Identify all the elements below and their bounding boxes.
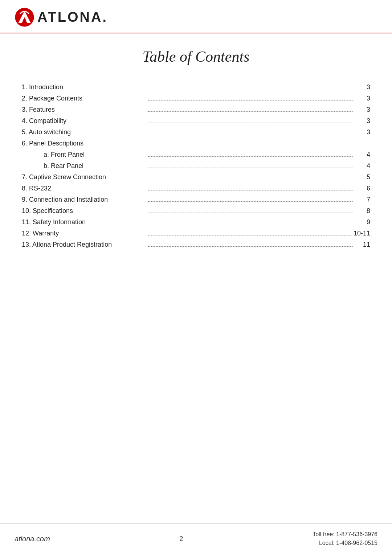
page-header: ATLONA. [0,0,392,33]
footer-page-number: 2 [180,535,183,543]
footer-local: Local: 1-408-962-0515 [313,539,377,547]
toc-row: b. Rear Panel 4 [22,162,370,170]
toc-page: 10-11 [354,230,370,237]
toc-dots [148,213,353,213]
toc-dots [148,179,353,179]
atlona-icon [15,7,34,27]
toc-page: 4 [356,151,370,159]
toc-label: 4. Compatibility [22,117,145,125]
toc-label: 9. Connection and Installation [22,196,145,204]
footer-toll-free: Toll free: 1-877-536-3976 [313,530,377,539]
toc-page: 7 [356,196,370,204]
toc-row: 4. Compatibility 3 [22,117,370,125]
toc-row: 3. Features 3 [22,106,370,114]
footer-contact: Toll free: 1-877-536-3976 Local: 1-408-9… [313,530,377,547]
toc-dots [148,123,353,123]
toc-label: b. Rear Panel [22,162,145,170]
toc-page: 11 [356,241,370,249]
toc-page: 3 [356,117,370,125]
toc-page: 4 [356,162,370,170]
toc-label: 10. Specifications [22,207,145,215]
toc-dots [148,246,353,247]
toc-row: 5. Auto switching 3 [22,128,370,136]
toc-dots [148,111,353,112]
toc-row: 6. Panel Descriptions [22,140,370,147]
toc-dots [148,156,353,157]
toc-dots [148,201,353,202]
toc-page: 8 [356,207,370,215]
main-content: Table of Contents 1. Introduction 3 2. P… [0,33,392,523]
toc-page: 3 [356,83,370,91]
toc-row: 11. Safety Information 9 [22,218,370,226]
toc-page: 6 [356,185,370,192]
toc-label: 7. Captive Screw Connection [22,173,145,181]
toc-dots [148,100,353,100]
toc-row: 2. Package Contents 3 [22,95,370,102]
toc-dots [148,168,353,168]
toc-row: 12. Warranty 10-11 [22,230,370,237]
toc-row: 7. Captive Screw Connection 5 [22,173,370,181]
page-title: Table of Contents [22,48,370,65]
toc-dots [148,134,353,134]
toc-row: 9. Connection and Installation 7 [22,196,370,204]
toc-label: 11. Safety Information [22,218,145,226]
toc-label: 1. Introduction [22,83,145,91]
toc-dots [148,89,353,89]
logo-container: ATLONA. [15,7,108,27]
footer-website: atlona.com [15,535,50,543]
toc-row: 10. Specifications 8 [22,207,370,215]
toc-row: 8. RS-232 6 [22,185,370,192]
toc-label: 13. Atlona Product Registration [22,241,145,249]
toc-row: 13. Atlona Product Registration 11 [22,241,370,249]
toc-label: 3. Features [22,106,145,114]
toc-page: 9 [356,218,370,226]
toc-label: 6. Panel Descriptions [22,140,145,147]
toc-label: 2. Package Contents [22,95,145,102]
toc-label: 12. Warranty [22,230,145,237]
toc-page: 3 [356,128,370,136]
toc-label: a. Front Panel [22,151,145,159]
toc-page: 5 [356,173,370,181]
toc-dots [148,224,353,224]
toc-dots [148,235,351,235]
toc-label: 5. Auto switching [22,128,145,136]
toc-row: 1. Introduction 3 [22,83,370,91]
table-of-contents: 1. Introduction 3 2. Package Contents 3 … [22,83,370,249]
toc-page: 3 [356,95,370,102]
logo-text: ATLONA. [37,9,108,25]
toc-dots [148,190,353,190]
toc-row: a. Front Panel 4 [22,151,370,159]
toc-label: 8. RS-232 [22,185,145,192]
page-footer: atlona.com 2 Toll free: 1-877-536-3976 L… [0,523,392,554]
toc-page: 3 [356,106,370,114]
